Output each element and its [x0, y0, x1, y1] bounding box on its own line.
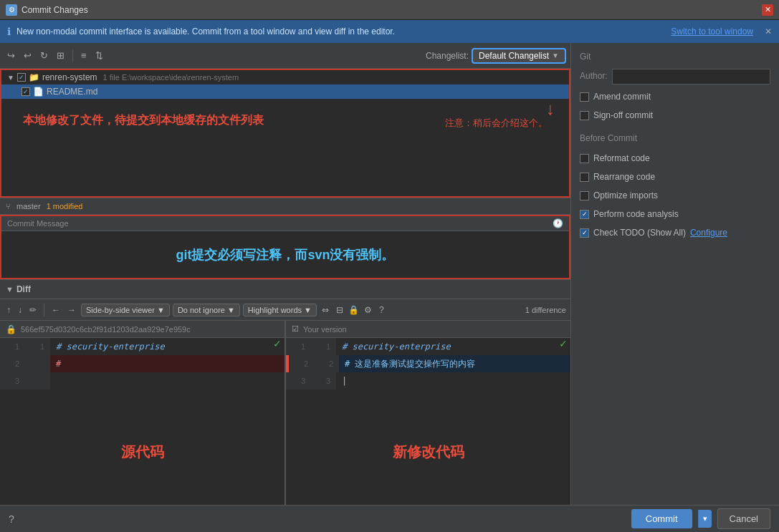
group-by-button[interactable]: ⊞ — [54, 49, 67, 62]
diff-sep-1 — [44, 304, 44, 316]
window-title: Commit Changes — [21, 5, 88, 15]
diff-collapse-arrow[interactable]: ▼ — [6, 285, 14, 294]
tree-project-item[interactable]: ▼ ✓ 📁 renren-system 1 file E:\workspace\… — [1, 70, 569, 84]
line-content-left-2: # — [50, 355, 285, 372]
prev-change-button[interactable]: ← — [49, 304, 62, 316]
info-bar: ℹ New non-modal commit interface is avai… — [0, 20, 779, 43]
highlight-arrow-icon: ▼ — [304, 306, 312, 314]
prev-diff-button[interactable]: ↑ — [4, 304, 13, 316]
diff-lines-left: 1 1 # security-enterprise ✓ 2 # 3 — [0, 338, 285, 390]
viewer-arrow-icon: ▼ — [157, 306, 165, 314]
changelist-dropdown[interactable]: Default Changelist ▼ — [472, 48, 566, 64]
line-content-right-1: # security-enterprise — [336, 338, 570, 355]
yvl-check-icon: ☑ — [292, 324, 299, 334]
ignore-label: Do not ignore — [178, 306, 225, 314]
green-check-left: ✓ — [273, 338, 282, 349]
separator-1 — [72, 49, 73, 62]
help-button[interactable]: ? — [9, 513, 14, 525]
configure-link[interactable]: Configure — [690, 228, 727, 238]
diff-left: 🔒 566ef575d0320c6cb2f91d1203d2aa929e7e95… — [0, 321, 285, 505]
perform-analysis-checkbox[interactable]: ✓ — [580, 210, 589, 219]
line-num-left-1: 1 — [0, 338, 25, 355]
diff-header: ▼ Diff — [0, 279, 570, 299]
check-todo-label: Check TODO (Show All) — [593, 228, 686, 238]
right-panel: Git Author: Amend commit Sign-off commit… — [571, 43, 779, 505]
optimize-checkbox[interactable] — [580, 191, 589, 200]
amend-commit-checkbox[interactable] — [580, 92, 589, 102]
settings-button[interactable]: ⚙ — [362, 304, 374, 316]
amend-commit-row: Amend commit — [580, 92, 770, 102]
sign-off-checkbox[interactable] — [580, 111, 589, 120]
diff-line-left-3: 3 — [0, 372, 285, 390]
commit-dropdown-button[interactable]: ▾ — [698, 510, 712, 528]
help-diff-button[interactable]: ? — [377, 304, 386, 316]
cancel-button[interactable]: Cancel — [717, 508, 770, 529]
branch-icon: ⑂ — [6, 202, 11, 211]
rearrange-checkbox[interactable] — [580, 173, 589, 182]
changelist-label: Changelist: — [426, 51, 469, 61]
modified-badge: 1 modified — [47, 202, 83, 211]
rollback-button[interactable]: ↩ — [21, 49, 34, 62]
refresh-button[interactable]: ↻ — [37, 49, 51, 62]
ignore-arrow-icon: ▼ — [227, 306, 235, 314]
viewer-dropdown[interactable]: Side-by-side viewer ▼ — [81, 304, 170, 316]
info-bar-close-button[interactable]: ✕ — [765, 26, 772, 37]
bottom-bar: ? Commit ▾ Cancel — [0, 505, 779, 532]
diff-line-left-1: 1 1 # security-enterprise ✓ — [0, 338, 285, 355]
diff-hash: 566ef575d0320c6cb2f91d1203d2aa929e7e959c — [21, 325, 191, 334]
file-checkbox[interactable]: ✓ — [21, 87, 30, 96]
check-todo-checkbox[interactable]: ✓ — [580, 228, 589, 238]
highlight-dropdown[interactable]: Highlight words ▼ — [243, 304, 317, 316]
changelist-value: Default Changelist — [479, 51, 549, 61]
annotation-arrow: ↓ — [546, 99, 555, 119]
line-content-left-3 — [50, 372, 285, 390]
check-todo-row: ✓ Check TODO (Show All) Configure — [580, 228, 770, 238]
line-num-left-2: 2 — [0, 355, 25, 372]
edit-button[interactable]: ✏ — [27, 304, 39, 316]
highlight-label: Highlight words — [248, 306, 302, 314]
line-num-right-1: 1 — [286, 338, 311, 355]
sort-button[interactable]: ≡ — [78, 49, 90, 62]
line-num2-right-3: 3 — [311, 372, 336, 390]
reformat-label: Reformat code — [593, 153, 650, 163]
diff-line-left-2: 2 # — [0, 355, 285, 372]
sign-off-label: Sign-off commit — [593, 110, 653, 120]
diff-count: 1 difference — [525, 306, 566, 314]
diff-content: 🔒 566ef575d0320c6cb2f91d1203d2aa929e7e95… — [0, 321, 570, 505]
commit-message-body[interactable]: git提交必须写注释，而svn没有强制。 — [1, 231, 569, 278]
commit-message-label: Commit Message — [7, 219, 69, 228]
files-annotation: 本地修改了文件，待提交到本地缓存的文件列表 — [23, 113, 264, 128]
close-button[interactable]: ✕ — [762, 4, 773, 16]
author-input[interactable] — [612, 69, 770, 84]
file-name: README.md — [47, 87, 97, 97]
files-area: ▼ ✓ 📁 renren-system 1 file E:\workspace\… — [0, 69, 570, 198]
file-icon: 📄 — [33, 87, 44, 97]
viewer-label: Side-by-side viewer — [86, 306, 155, 314]
line-num-left-3: 3 — [0, 372, 25, 390]
sync-button[interactable]: ⇔ — [320, 304, 331, 316]
sign-off-row: Sign-off commit — [580, 110, 770, 120]
side-by-side-button[interactable]: ⊟ — [334, 304, 345, 316]
move-to-changelist-button[interactable]: ↪ — [4, 49, 18, 62]
commit-button[interactable]: Commit — [631, 509, 692, 528]
author-label: Author: — [580, 71, 608, 81]
project-name: renren-system — [42, 72, 97, 82]
diff-hash-bar: 🔒 566ef575d0320c6cb2f91d1203d2aa929e7e95… — [0, 321, 285, 338]
line-num-right-3: 3 — [286, 372, 311, 390]
commit-message-header: Commit Message 🕐 — [1, 216, 569, 231]
reformat-checkbox[interactable] — [580, 154, 589, 163]
switch-to-tool-window-link[interactable]: Switch to tool window — [671, 26, 753, 37]
next-diff-button[interactable]: ↓ — [16, 304, 24, 316]
reformat-row: Reformat code — [580, 153, 770, 163]
next-change-button[interactable]: → — [65, 304, 78, 316]
line-num2-right-1: 1 — [311, 338, 336, 355]
ignore-dropdown[interactable]: Do not ignore ▼ — [173, 304, 240, 316]
optimize-row: Optimize imports — [580, 190, 770, 200]
filter-button[interactable]: ⇅ — [92, 49, 106, 62]
file-item[interactable]: ✓ 📄 README.md — [1, 84, 569, 99]
commit-message-section: Commit Message 🕐 git提交必须写注释，而svn没有强制。 — [0, 215, 570, 279]
diff-line-right-2: 2 2 # 这是准备测试提交操作写的内容 — [286, 355, 570, 372]
project-checkbox[interactable]: ✓ — [17, 73, 26, 82]
author-row: Author: — [580, 69, 770, 84]
left-annotation: 源代码 — [121, 442, 164, 462]
